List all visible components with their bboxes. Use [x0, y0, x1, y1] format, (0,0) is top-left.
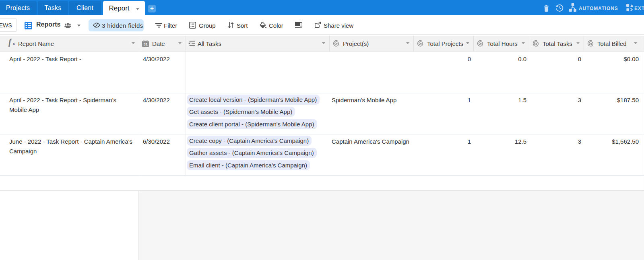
svg-text:31: 31 — [143, 42, 148, 46]
